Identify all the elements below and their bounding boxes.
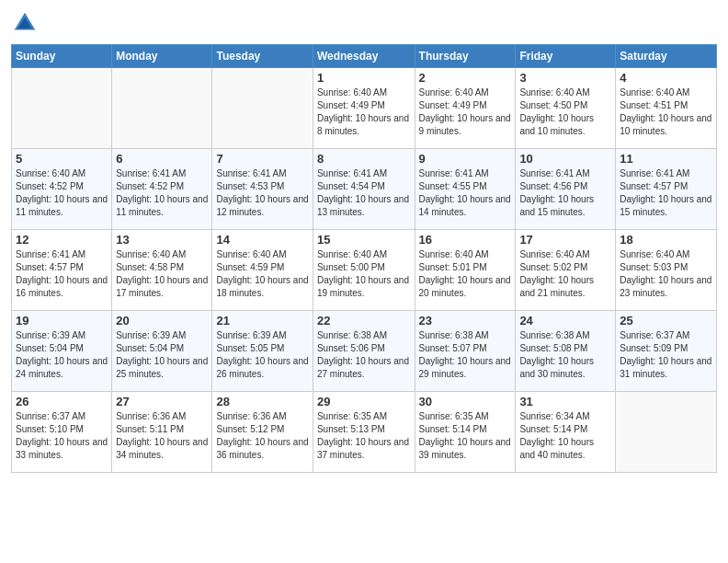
day-number: 22 <box>317 314 411 327</box>
logo <box>11 9 42 37</box>
day-number: 7 <box>216 152 308 166</box>
day-info: Sunrise: 6:40 AMSunset: 4:59 PMDaylight:… <box>216 248 308 300</box>
table-row: 1 Sunrise: 6:40 AMSunset: 4:49 PMDayligh… <box>313 68 415 149</box>
day-number: 12 <box>16 233 108 247</box>
day-info: Sunrise: 6:38 AMSunset: 5:06 PMDaylight:… <box>317 329 411 381</box>
day-number: 4 <box>620 71 712 85</box>
col-sunday: Sunday <box>12 45 112 68</box>
day-info: Sunrise: 6:40 AMSunset: 4:49 PMDaylight:… <box>419 86 512 138</box>
day-number: 29 <box>317 395 411 408</box>
day-number: 28 <box>216 395 308 408</box>
table-row <box>616 392 717 473</box>
table-row: 10 Sunrise: 6:41 AMSunset: 4:56 PMDaylig… <box>516 149 616 230</box>
table-row: 23 Sunrise: 6:38 AMSunset: 5:07 PMDaylig… <box>415 311 516 392</box>
calendar-header-row: Sunday Monday Tuesday Wednesday Thursday… <box>12 45 717 68</box>
table-row: 31 Sunrise: 6:34 AMSunset: 5:14 PMDaylig… <box>516 392 616 473</box>
table-row: 25 Sunrise: 6:37 AMSunset: 5:09 PMDaylig… <box>616 311 717 392</box>
table-row: 3 Sunrise: 6:40 AMSunset: 4:50 PMDayligh… <box>516 68 616 149</box>
calendar-week-row: 26 Sunrise: 6:37 AMSunset: 5:10 PMDaylig… <box>12 392 717 473</box>
table-row: 26 Sunrise: 6:37 AMSunset: 5:10 PMDaylig… <box>12 392 112 473</box>
day-info: Sunrise: 6:41 AMSunset: 4:57 PMDaylight:… <box>16 248 108 300</box>
table-row: 29 Sunrise: 6:35 AMSunset: 5:13 PMDaylig… <box>313 392 415 473</box>
col-thursday: Thursday <box>415 45 516 68</box>
table-row: 24 Sunrise: 6:38 AMSunset: 5:08 PMDaylig… <box>516 311 616 392</box>
day-number: 6 <box>116 152 208 166</box>
day-info: Sunrise: 6:37 AMSunset: 5:09 PMDaylight:… <box>620 329 712 381</box>
col-friday: Friday <box>516 45 616 68</box>
page-container: Sunday Monday Tuesday Wednesday Thursday… <box>0 0 728 482</box>
day-number: 3 <box>519 71 611 85</box>
table-row: 15 Sunrise: 6:40 AMSunset: 5:00 PMDaylig… <box>313 230 415 311</box>
day-number: 2 <box>419 71 512 85</box>
day-info: Sunrise: 6:41 AMSunset: 4:53 PMDaylight:… <box>216 167 308 219</box>
table-row <box>112 68 212 149</box>
day-info: Sunrise: 6:36 AMSunset: 5:12 PMDaylight:… <box>216 410 308 462</box>
day-number: 5 <box>16 152 108 166</box>
day-number: 24 <box>519 314 611 327</box>
day-info: Sunrise: 6:38 AMSunset: 5:07 PMDaylight:… <box>419 329 512 381</box>
day-number: 11 <box>620 152 712 166</box>
day-info: Sunrise: 6:35 AMSunset: 5:13 PMDaylight:… <box>317 410 411 462</box>
day-info: Sunrise: 6:40 AMSunset: 4:52 PMDaylight:… <box>16 167 108 219</box>
table-row: 27 Sunrise: 6:36 AMSunset: 5:11 PMDaylig… <box>112 392 212 473</box>
day-number: 30 <box>419 395 512 408</box>
day-number: 14 <box>216 233 308 247</box>
table-row: 20 Sunrise: 6:39 AMSunset: 5:04 PMDaylig… <box>112 311 212 392</box>
day-number: 10 <box>519 152 611 166</box>
calendar-week-row: 12 Sunrise: 6:41 AMSunset: 4:57 PMDaylig… <box>12 230 717 311</box>
day-number: 25 <box>620 314 712 327</box>
calendar-week-row: 1 Sunrise: 6:40 AMSunset: 4:49 PMDayligh… <box>12 68 717 149</box>
table-row: 11 Sunrise: 6:41 AMSunset: 4:57 PMDaylig… <box>616 149 717 230</box>
table-row: 9 Sunrise: 6:41 AMSunset: 4:55 PMDayligh… <box>415 149 516 230</box>
day-info: Sunrise: 6:41 AMSunset: 4:54 PMDaylight:… <box>317 167 411 219</box>
table-row: 30 Sunrise: 6:35 AMSunset: 5:14 PMDaylig… <box>415 392 516 473</box>
day-info: Sunrise: 6:40 AMSunset: 4:50 PMDaylight:… <box>519 86 611 138</box>
day-number: 13 <box>116 233 208 247</box>
table-row: 4 Sunrise: 6:40 AMSunset: 4:51 PMDayligh… <box>616 68 717 149</box>
calendar-week-row: 5 Sunrise: 6:40 AMSunset: 4:52 PMDayligh… <box>12 149 717 230</box>
table-row: 17 Sunrise: 6:40 AMSunset: 5:02 PMDaylig… <box>516 230 616 311</box>
day-info: Sunrise: 6:40 AMSunset: 5:03 PMDaylight:… <box>620 248 712 300</box>
table-row: 2 Sunrise: 6:40 AMSunset: 4:49 PMDayligh… <box>415 68 516 149</box>
table-row <box>12 68 112 149</box>
day-number: 17 <box>519 233 611 247</box>
page-header <box>11 9 717 37</box>
day-info: Sunrise: 6:39 AMSunset: 5:04 PMDaylight:… <box>16 329 108 381</box>
table-row: 22 Sunrise: 6:38 AMSunset: 5:06 PMDaylig… <box>313 311 415 392</box>
day-number: 15 <box>317 233 411 247</box>
day-info: Sunrise: 6:40 AMSunset: 5:02 PMDaylight:… <box>519 248 611 300</box>
day-number: 19 <box>16 314 108 327</box>
day-number: 21 <box>216 314 308 327</box>
day-number: 27 <box>116 395 208 408</box>
table-row: 28 Sunrise: 6:36 AMSunset: 5:12 PMDaylig… <box>212 392 313 473</box>
table-row: 21 Sunrise: 6:39 AMSunset: 5:05 PMDaylig… <box>212 311 313 392</box>
table-row: 12 Sunrise: 6:41 AMSunset: 4:57 PMDaylig… <box>12 230 112 311</box>
day-number: 20 <box>116 314 208 327</box>
col-tuesday: Tuesday <box>212 45 313 68</box>
day-info: Sunrise: 6:39 AMSunset: 5:05 PMDaylight:… <box>216 329 308 381</box>
day-info: Sunrise: 6:41 AMSunset: 4:56 PMDaylight:… <box>519 167 611 219</box>
day-info: Sunrise: 6:40 AMSunset: 5:01 PMDaylight:… <box>419 248 512 300</box>
table-row: 6 Sunrise: 6:41 AMSunset: 4:52 PMDayligh… <box>112 149 212 230</box>
day-info: Sunrise: 6:34 AMSunset: 5:14 PMDaylight:… <box>519 410 611 462</box>
table-row: 16 Sunrise: 6:40 AMSunset: 5:01 PMDaylig… <box>415 230 516 311</box>
table-row: 8 Sunrise: 6:41 AMSunset: 4:54 PMDayligh… <box>313 149 415 230</box>
day-number: 23 <box>419 314 512 327</box>
table-row <box>212 68 313 149</box>
day-number: 26 <box>16 395 108 408</box>
calendar-week-row: 19 Sunrise: 6:39 AMSunset: 5:04 PMDaylig… <box>12 311 717 392</box>
table-row: 18 Sunrise: 6:40 AMSunset: 5:03 PMDaylig… <box>616 230 717 311</box>
day-info: Sunrise: 6:41 AMSunset: 4:57 PMDaylight:… <box>620 167 712 219</box>
calendar-table: Sunday Monday Tuesday Wednesday Thursday… <box>11 44 717 473</box>
day-info: Sunrise: 6:36 AMSunset: 5:11 PMDaylight:… <box>116 410 208 462</box>
col-monday: Monday <box>112 45 212 68</box>
day-info: Sunrise: 6:41 AMSunset: 4:55 PMDaylight:… <box>419 167 512 219</box>
col-saturday: Saturday <box>616 45 717 68</box>
day-number: 18 <box>620 233 712 247</box>
day-info: Sunrise: 6:40 AMSunset: 4:58 PMDaylight:… <box>116 248 208 300</box>
col-wednesday: Wednesday <box>313 45 415 68</box>
day-info: Sunrise: 6:40 AMSunset: 4:49 PMDaylight:… <box>317 86 411 138</box>
day-number: 9 <box>419 152 512 166</box>
day-info: Sunrise: 6:38 AMSunset: 5:08 PMDaylight:… <box>519 329 611 381</box>
table-row: 14 Sunrise: 6:40 AMSunset: 4:59 PMDaylig… <box>212 230 313 311</box>
